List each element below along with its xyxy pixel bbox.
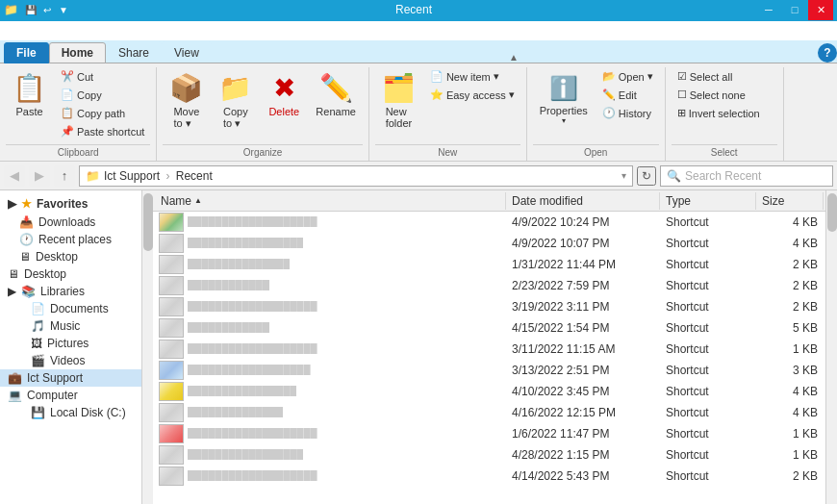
computer-icon: 💻 <box>8 389 22 402</box>
quick-undo-btn[interactable]: ↩ <box>39 2 55 17</box>
col-header-type[interactable]: Type <box>660 192 756 210</box>
file-size: 2 KB <box>756 279 824 292</box>
sidebar-item-documents[interactable]: 📄 Documents <box>0 300 148 317</box>
sidebar-item-localdisk[interactable]: 💾 Local Disk (C:) <box>0 404 148 421</box>
addr-breadcrumb: Ict Support › Recent <box>104 169 213 183</box>
table-row[interactable]: ████████████ 2/23/2022 7:59 PM Shortcut … <box>153 275 825 296</box>
rename-icon: ✏️ <box>319 72 353 104</box>
quick-dropdown-btn[interactable]: ▼ <box>56 2 71 17</box>
sidebar-favorites-header[interactable]: ▶ ★ Favorites <box>0 194 148 214</box>
table-row[interactable]: █████████████████ 4/9/2022 10:07 PM Shor… <box>153 233 825 254</box>
table-row[interactable]: ███████████████████ 4/9/2022 10:24 PM Sh… <box>153 212 825 233</box>
sidebar-item-downloads[interactable]: 📥 Downloads <box>0 214 148 231</box>
file-name: ███████████████████ <box>188 428 317 439</box>
copy-button[interactable]: 📄 Copy <box>55 86 150 104</box>
maximize-btn[interactable]: □ <box>782 0 807 20</box>
file-thumb <box>159 234 184 253</box>
sidebar-item-music[interactable]: 🎵 Music <box>0 317 148 335</box>
open-button[interactable]: 📂 Open ▾ <box>596 67 659 86</box>
sidebar-scrollbar-track[interactable] <box>141 190 153 504</box>
main-area: ▶ ★ Favorites 📥 Downloads 🕐 Recent place… <box>0 190 837 504</box>
main-scrollbar[interactable] <box>825 190 837 504</box>
search-icon: 🔍 <box>667 169 681 183</box>
minimize-btn[interactable]: ─ <box>756 0 781 20</box>
sidebar-item-desktop-fav[interactable]: 🖥 Desktop <box>0 248 148 265</box>
sidebar-item-desktop[interactable]: 🖥 Desktop <box>0 265 148 283</box>
table-row[interactable]: ███████████████████ 3/11/2022 11:15 AM S… <box>153 339 825 360</box>
moveto-button[interactable]: 📦 Moveto ▾ <box>163 67 210 133</box>
ribbon-collapse-btn[interactable]: ▲ <box>509 52 519 63</box>
ribbon: 📋 Paste ✂️ Cut 📄 Copy 📋 Copy path � <box>0 63 837 162</box>
table-row[interactable]: ████████████ 4/15/2022 1:54 PM Shortcut … <box>153 317 825 339</box>
sidebar-item-recentplaces[interactable]: 🕐 Recent places <box>0 231 148 248</box>
copypath-button[interactable]: 📋 Copy path <box>55 104 150 122</box>
close-btn[interactable]: ✕ <box>808 0 833 20</box>
tab-share[interactable]: Share <box>106 41 162 63</box>
edit-button[interactable]: ✏️ Edit <box>596 86 659 104</box>
sidebar-item-ictsupport[interactable]: 💼 Ict Support <box>0 369 148 387</box>
copyto-button[interactable]: 📁 Copyto ▾ <box>212 67 259 133</box>
file-date: 4/10/2022 3:45 PM <box>506 385 660 398</box>
file-date: 3/13/2022 2:51 PM <box>506 364 660 377</box>
selectall-button[interactable]: ☑ Select all <box>672 67 777 86</box>
file-date: 4/16/2022 12:15 PM <box>506 406 660 419</box>
col-header-date[interactable]: Date modified <box>506 192 660 210</box>
file-thumb <box>159 445 184 465</box>
sidebar-item-libraries[interactable]: ▶ 📚 Libraries <box>0 283 148 300</box>
up-button[interactable]: ↑ <box>54 165 75 187</box>
file-size: 5 KB <box>756 321 824 335</box>
refresh-button[interactable]: ↻ <box>637 166 656 186</box>
search-box[interactable]: 🔍 Search Recent <box>660 165 833 187</box>
table-row[interactable]: ███████████████████ 3/19/2022 3:11 PM Sh… <box>153 296 825 317</box>
pasteshortcut-button[interactable]: 📌 Paste shortcut <box>55 122 150 140</box>
file-type: Shortcut <box>660 237 756 250</box>
file-name: ████████████ <box>188 280 269 290</box>
table-row[interactable]: ████████████████ 4/10/2022 3:45 PM Short… <box>153 381 825 402</box>
select-col: ☑ Select all ☐ Select none ⊞ Invert sele… <box>672 67 777 122</box>
file-date: 3/19/2022 3:11 PM <box>506 300 660 314</box>
table-row[interactable]: ██████████████ 4/16/2022 12:15 PM Shortc… <box>153 402 825 423</box>
file-size: 2 KB <box>756 469 824 483</box>
clipboard-group: 📋 Paste ✂️ Cut 📄 Copy 📋 Copy path � <box>0 67 157 161</box>
file-name: ████████████████ <box>188 386 296 396</box>
history-icon: 🕐 <box>602 107 616 119</box>
properties-button[interactable]: ℹ️ Properties ▾ <box>533 67 595 128</box>
sidebar-item-videos[interactable]: 🎬 Videos <box>0 352 148 369</box>
newfolder-button[interactable]: 🗂️ Newfolder <box>375 67 422 132</box>
open-small-col: 📂 Open ▾ ✏️ Edit 🕐 History <box>596 67 659 122</box>
file-size: 4 KB <box>756 385 824 398</box>
paste-button[interactable]: 📋 Paste <box>6 67 53 120</box>
cut-button[interactable]: ✂️ Cut <box>55 67 150 86</box>
invertselection-button[interactable]: ⊞ Invert selection <box>672 104 777 122</box>
address-box[interactable]: 📁 Ict Support › Recent ▾ <box>79 165 633 187</box>
table-row[interactable]: █████████████████ 4/28/2022 1:15 PM Shor… <box>153 444 825 466</box>
newitem-button[interactable]: 📄 New item ▾ <box>424 67 520 86</box>
file-thumb <box>159 340 184 359</box>
easyaccess-button[interactable]: ⭐ Easy access ▾ <box>424 86 520 104</box>
select-label: Select <box>672 144 777 161</box>
delete-button[interactable]: ✖ Delete <box>261 67 307 120</box>
file-type: Shortcut <box>660 469 756 483</box>
sidebar-item-pictures[interactable]: 🖼 Pictures <box>0 335 148 352</box>
history-button[interactable]: 🕐 History <box>596 104 659 122</box>
table-row[interactable]: ███████████████████ 1/6/2022 11:47 PM Sh… <box>153 423 825 444</box>
tab-view[interactable]: View <box>162 41 212 63</box>
col-header-size[interactable]: Size <box>756 192 824 210</box>
table-row[interactable]: ███████████████ 1/31/2022 11:44 PM Short… <box>153 254 825 275</box>
selectall-icon: ☑ <box>677 70 687 83</box>
selectnone-button[interactable]: ☐ Select none <box>672 86 777 104</box>
rename-button[interactable]: ✏️ Rename <box>309 67 363 120</box>
forward-button[interactable]: ▶ <box>29 165 50 187</box>
quick-save-btn[interactable]: 💾 <box>23 2 38 17</box>
back-button[interactable]: ◀ <box>4 165 25 187</box>
help-button[interactable]: ? <box>818 43 837 63</box>
tab-file[interactable]: File <box>4 42 49 63</box>
file-name: ██████████████████ <box>188 365 311 375</box>
table-row[interactable]: ███████████████████ 4/14/2022 5:43 PM Sh… <box>153 466 825 487</box>
table-row[interactable]: ██████████████████ 3/13/2022 2:51 PM Sho… <box>153 360 825 381</box>
chevron-right-icon: ▶ <box>8 285 16 298</box>
sidebar-item-computer[interactable]: 💻 Computer <box>0 387 148 404</box>
tab-home[interactable]: Home <box>49 42 106 63</box>
delete-icon: ✖ <box>273 72 295 104</box>
col-header-name[interactable]: Name ▲ <box>155 192 506 210</box>
